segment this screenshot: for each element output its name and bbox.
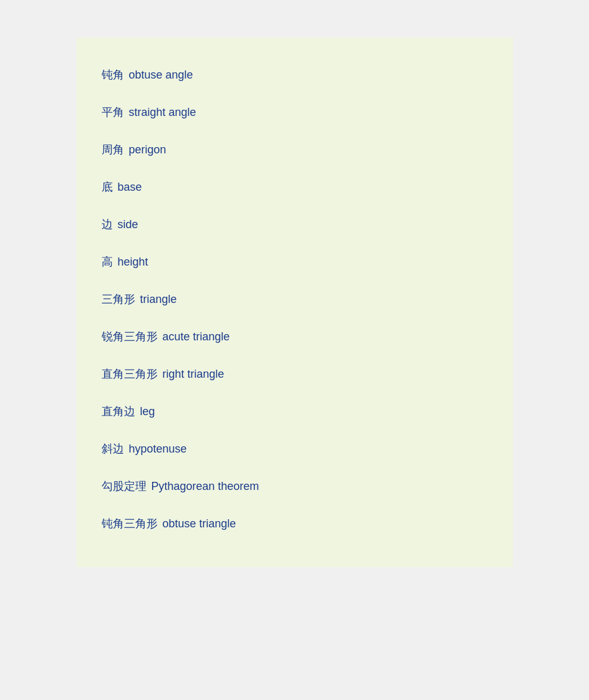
chinese-term: 底 (102, 180, 113, 194)
list-item: 锐角三角形acute triangle (102, 318, 488, 355)
list-item: 勾股定理Pythagorean theorem (102, 467, 488, 505)
chinese-term: 周角 (102, 142, 124, 157)
english-term: obtuse angle (129, 69, 193, 82)
english-term: triangle (140, 293, 177, 306)
list-item: 高height (102, 243, 488, 280)
chinese-term: 平角 (102, 105, 124, 120)
chinese-term: 锐角三角形 (102, 329, 158, 344)
list-item: 钝角obtuse angle (102, 56, 488, 93)
english-term: right triangle (163, 368, 224, 381)
list-item: 三角形triangle (102, 280, 488, 318)
english-term: height (118, 256, 148, 269)
chinese-term: 直角三角形 (102, 367, 158, 381)
chinese-term: 边 (102, 217, 113, 232)
english-term: base (118, 181, 142, 194)
list-item: 直角边leg (102, 393, 488, 430)
english-term: acute triangle (163, 330, 230, 343)
chinese-term: 勾股定理 (102, 479, 146, 494)
english-term: Pythagorean theorem (151, 480, 259, 493)
vocab-container: 钝角obtuse angle平角straight angle周角perigon底… (77, 37, 513, 567)
english-term: straight angle (129, 106, 196, 119)
english-term: side (118, 218, 138, 231)
chinese-term: 高 (102, 254, 113, 269)
list-item: 直角三角形right triangle (102, 355, 488, 393)
chinese-term: 斜边 (102, 441, 124, 456)
list-item: 边side (102, 206, 488, 243)
list-item: 周角perigon (102, 131, 488, 168)
chinese-term: 三角形 (102, 292, 135, 307)
chinese-term: 钝角三角形 (102, 516, 158, 531)
english-term: perigon (129, 143, 166, 156)
list-item: 底base (102, 168, 488, 206)
english-term: obtuse triangle (163, 517, 236, 530)
list-item: 斜边hypotenuse (102, 430, 488, 467)
list-item: 平角straight angle (102, 93, 488, 131)
chinese-term: 钝角 (102, 67, 124, 82)
english-term: hypotenuse (129, 443, 187, 456)
english-term: leg (140, 405, 155, 418)
chinese-term: 直角边 (102, 404, 135, 419)
list-item: 钝角三角形obtuse triangle (102, 505, 488, 542)
